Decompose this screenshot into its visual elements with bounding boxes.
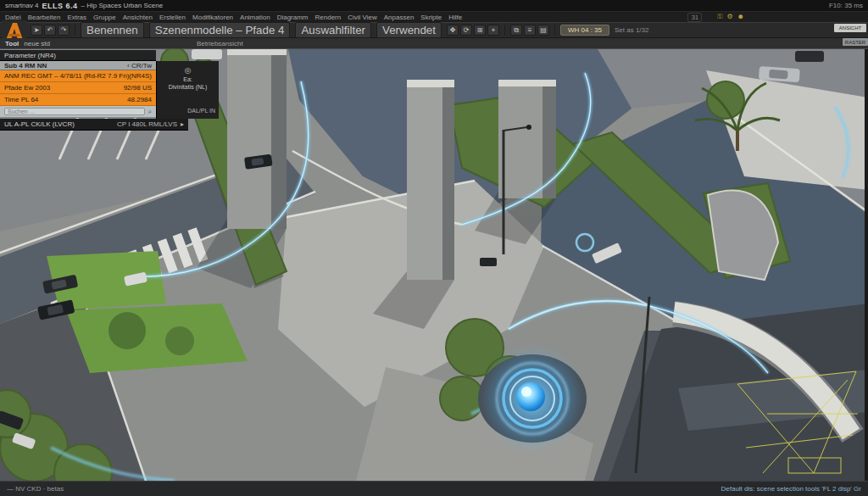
- subbar-tool-label: Tool: [5, 40, 19, 47]
- subbar-small-label: neue std: [24, 40, 50, 47]
- right-edge-strip: [865, 49, 868, 481]
- mirror-icon[interactable]: ⧉: [510, 25, 522, 36]
- panel-collapse-control[interactable]: ‹ CR/Tw: [127, 62, 152, 70]
- toolbar-scale-label: Set as 1/32: [615, 26, 648, 34]
- panel-header-row[interactable]: Sub 4 RM NN ‹ CR/Tw: [0, 61, 156, 70]
- menu-item[interactable]: Diagramm: [277, 14, 309, 21]
- title-bar: smartnav 4 ELLS 6.4 – Hip Spaces Urban S…: [0, 0, 868, 11]
- panel-search-row: ⌕: [0, 106, 156, 118]
- search-input[interactable]: [4, 108, 145, 115]
- grid-overlay-button[interactable]: RASTER: [843, 38, 868, 46]
- row-value: (NR4S): [129, 72, 152, 80]
- expand-icon[interactable]: ▸: [181, 120, 184, 128]
- panel-row[interactable]: Time PL 64 48.2984: [0, 94, 156, 106]
- footer-value: CP I 480L RML/LVS: [117, 120, 177, 128]
- key-icon[interactable]: ⚿: [717, 13, 722, 21]
- view-overlay-button[interactable]: ANSICHT: [834, 24, 866, 32]
- panel-side-flyout[interactable]: ◎ Ea: Divinitatis (NL) DAL/PL IN: [156, 61, 219, 119]
- panel-header-label: Sub 4 RM NN: [4, 62, 47, 70]
- search-icon[interactable]: ⌕: [148, 108, 152, 116]
- select-object-icon[interactable]: ➤: [31, 25, 42, 36]
- name-button[interactable]: Benennen: [81, 22, 144, 38]
- menu-item[interactable]: Civil View: [348, 14, 377, 21]
- row-label: Pfade Ew 2003: [4, 84, 50, 92]
- snap-icon[interactable]: ⌖: [487, 25, 499, 36]
- status-right-text: Default dis: scene selection tools 'FL 2…: [721, 485, 861, 493]
- main-toolbar: ➤ ↶ ↷ Benennen Szenenmodelle – Pfade 4 A…: [0, 22, 868, 38]
- application-window: smartnav 4 ELLS 6.4 – Hip Spaces Urban S…: [0, 0, 868, 496]
- panel-row-list: ANM REC GMT – 4/78/11 (Rd-R2 7.9 Fn) (NR…: [0, 70, 156, 106]
- footer-label: UL A-PL CK/LK (LVCR): [4, 120, 75, 128]
- tower-right-pair: [498, 80, 556, 198]
- panel-row[interactable]: Pfade Ew 2003 92/98 US: [0, 82, 156, 94]
- move-icon[interactable]: ✥: [447, 25, 459, 36]
- panel-title: Parameter (NR4): [0, 50, 156, 61]
- app-title: ELLS 6.4: [42, 2, 78, 10]
- tower-left: [227, 49, 287, 229]
- side-label-1: Ea:: [160, 76, 215, 82]
- title-prefix: smartnav 4: [5, 2, 39, 9]
- tool-sub-bar: Tool neue std Betriebsansicht: [0, 38, 868, 49]
- menu-bar: Datei Bearbeiten Extras Gruppe Ansichten…: [0, 11, 868, 22]
- menu-item[interactable]: Gruppe: [93, 14, 116, 21]
- status-bar: — NV CKD · betas Default dis: scene sele…: [0, 481, 868, 496]
- menu-item[interactable]: Extras: [67, 14, 86, 21]
- panel-row[interactable]: ANM REC GMT – 4/78/11 (Rd-R2 7.9 Fn) (NR…: [0, 70, 156, 82]
- menu-item[interactable]: Ansichten: [123, 14, 153, 21]
- row-value: 48.2984: [127, 96, 152, 103]
- panel-footer: UL A-PL CK/LK (LVCR) CP I 480L RML/LVS ▸: [0, 119, 188, 131]
- menu-item[interactable]: Hilfe: [448, 14, 462, 21]
- app-subtitle: – Hip Spaces Urban Scene: [81, 2, 164, 9]
- redo-icon[interactable]: ↷: [58, 25, 70, 36]
- menu-item[interactable]: Modifikatoren: [192, 14, 233, 21]
- user-icon[interactable]: ☻: [737, 13, 744, 21]
- row-label: Time PL 64: [4, 96, 38, 103]
- models-dropdown[interactable]: Szenenmodelle – Pfade 4: [149, 22, 291, 38]
- layers-icon[interactable]: ▤: [537, 25, 549, 36]
- gear-icon[interactable]: ⚙: [726, 13, 732, 21]
- scale-icon[interactable]: ⊞: [474, 25, 486, 36]
- undo-icon[interactable]: ↶: [44, 25, 56, 36]
- menu-item[interactable]: Anpassen: [384, 14, 415, 21]
- rotate-icon[interactable]: ⟳: [460, 25, 472, 36]
- status-left-text: — NV CKD · betas: [7, 485, 64, 493]
- row-label: ANM REC GMT – 4/78/11 (Rd-R2 7.9 Fn): [4, 72, 129, 80]
- menu-item[interactable]: Erstellen: [159, 14, 186, 21]
- menu-item[interactable]: Animation: [240, 14, 270, 21]
- filter-dropdown[interactable]: Auswahlfilter: [295, 22, 371, 38]
- side-value: DAL/PL IN: [187, 108, 215, 114]
- lamp-head: [526, 125, 531, 130]
- frame-counter: 31: [687, 13, 702, 22]
- menu-item[interactable]: Skripte: [420, 14, 442, 21]
- menu-item[interactable]: Bearbeiten: [28, 14, 61, 21]
- subbar-mode-label: Betriebsansicht: [197, 40, 243, 47]
- tower-center: [407, 80, 454, 280]
- target-icon: ◎: [160, 66, 215, 75]
- used-button[interactable]: Verwendet: [376, 22, 442, 38]
- align-icon[interactable]: ≡: [524, 25, 536, 36]
- menu-item[interactable]: Rendern: [315, 14, 342, 21]
- side-label-2: Divinitatis (NL): [160, 84, 215, 90]
- time-highlight[interactable]: WH 04 : 35: [560, 25, 609, 36]
- titlebar-info: F10: 35 ms: [829, 2, 863, 9]
- row-value: 92/98 US: [124, 84, 152, 92]
